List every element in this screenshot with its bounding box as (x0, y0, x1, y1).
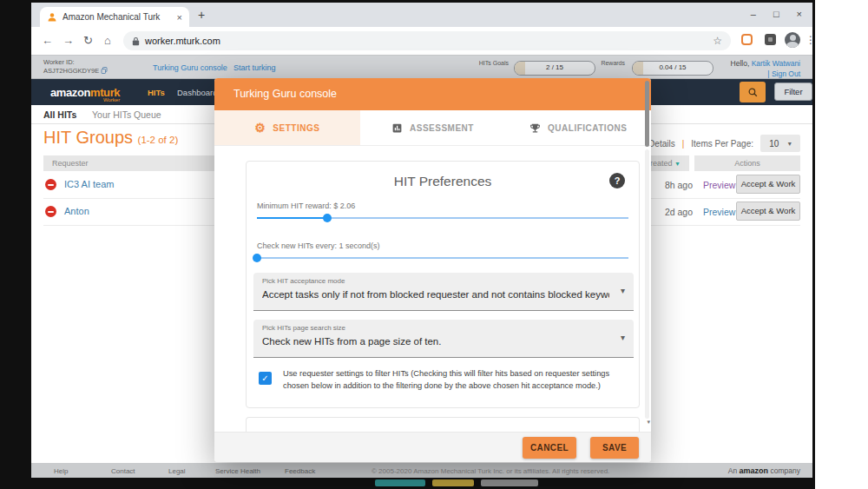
tab-qualifications[interactable]: QUALIFICATIONS (505, 110, 651, 145)
assessment-chart-icon (391, 122, 403, 134)
chevron-down-icon: ▾ (621, 286, 625, 295)
requester-settings-checkbox[interactable]: ✓ (259, 372, 272, 385)
preview-link[interactable]: Preview (703, 207, 735, 217)
desktop-edge-left (0, 0, 31, 489)
page-size-label: Pick HITs page search size (262, 324, 345, 332)
check-interval-slider[interactable] (257, 257, 628, 259)
profile-avatar[interactable] (785, 32, 800, 48)
save-button[interactable]: SAVE (590, 437, 639, 459)
acceptance-mode-select[interactable]: Pick HIT acceptance mode Accept tasks on… (253, 273, 634, 311)
start-turking-link[interactable]: Start turking (233, 63, 276, 72)
page-title: HIT Groups (1-2 of 2) (43, 128, 178, 148)
user-name-link[interactable]: Kartik Watwani (752, 59, 800, 68)
chevron-down-icon: ▾ (621, 333, 625, 342)
sign-out-link[interactable]: | Sign Out (767, 69, 800, 78)
forward-icon[interactable]: → (62, 34, 74, 47)
amazon-brand: amazon (740, 466, 769, 475)
table-controls: Hide Details | Items Per Page: 10 ▾ (628, 135, 800, 152)
search-button[interactable] (740, 82, 766, 102)
min-reward-slider[interactable] (257, 217, 628, 219)
hits-goals-label: HITs Goals (477, 60, 509, 68)
modal-tabs: ⚙ SETTINGS ASSESSMENT QUALIFICATIONS (214, 110, 651, 146)
modal-header: Turking Guru console (214, 78, 651, 110)
console-link[interactable]: Turking Guru console (153, 63, 227, 72)
window-close-icon[interactable]: × (797, 9, 802, 19)
card-title: HIT Preferences (247, 174, 639, 189)
scroll-down-icon: ▾ (647, 419, 650, 426)
mturk-logo[interactable]: amazonmturk Worker (50, 84, 120, 102)
block-requester-icon[interactable] (45, 179, 56, 190)
accept-work-button[interactable]: Accept & Work (736, 175, 800, 194)
rewards-label: Rewards (601, 60, 625, 68)
maximize-icon[interactable]: □ (773, 9, 779, 19)
nav-item-dashboard[interactable]: Dashboard (177, 88, 217, 97)
modal-scrollbar-thumb[interactable] (645, 81, 649, 147)
items-per-page-select[interactable]: 10 ▾ (760, 135, 800, 152)
new-tab-button[interactable]: + (198, 8, 205, 22)
modal-content: HIT Preferences ? Minimum HIT reward: $ … (214, 146, 651, 432)
browser-tab[interactable]: Amazon Mechanical Turk × (40, 7, 189, 27)
slider-fill (257, 217, 327, 219)
browser-tab-strip: Amazon Mechanical Turk × + – □ × (31, 3, 812, 27)
taskbar-fragment (375, 479, 425, 486)
table-header-actions: Actions (694, 155, 800, 171)
slider-thumb[interactable] (253, 254, 261, 262)
desktop-edge-right (812, 0, 815, 489)
worker-id-value: ASJT2HGGKDY9E (43, 67, 99, 75)
acceptance-mode-value: Accept tasks only if not from blocked re… (262, 289, 609, 300)
bookmark-star-icon[interactable]: ☆ (713, 35, 722, 47)
tab-settings[interactable]: ⚙ SETTINGS (214, 110, 360, 145)
footer-company: An amazon company (728, 466, 800, 475)
worker-id-label: Worker ID: (43, 58, 75, 66)
browser-menu-icon[interactable]: ⋮ (806, 34, 816, 46)
block-requester-icon[interactable] (45, 206, 56, 217)
sort-desc-icon: ▼ (674, 161, 681, 167)
requester-link[interactable]: IC3 AI team (64, 179, 114, 189)
preview-link[interactable]: Preview (703, 180, 735, 190)
copy-icon[interactable] (101, 67, 108, 74)
controls-separator: | (682, 139, 685, 149)
minimize-icon[interactable]: – (751, 9, 756, 19)
tab-all-hits[interactable]: All HITs (43, 109, 76, 120)
reload-icon[interactable]: ↻ (83, 34, 93, 47)
modal-title: Turking Guru console (233, 88, 337, 100)
turking-guru-extension-icon[interactable] (741, 34, 753, 45)
footer-link-feedback[interactable]: Feedback (285, 467, 315, 475)
modal-footer: CANCEL SAVE (214, 432, 651, 462)
omnibox[interactable]: worker.mturk.com ☆ (123, 31, 731, 50)
greeting-block: Hello, Kartik Watwani | Sign Out (731, 59, 800, 80)
footer-link-service-health[interactable]: Service Health (215, 467, 260, 475)
next-card-peek (246, 417, 640, 432)
page-size-select[interactable]: Pick HITs page search size Check new HIT… (253, 320, 634, 358)
requester-link[interactable]: Anton (64, 206, 89, 216)
help-icon[interactable]: ? (609, 173, 625, 188)
hits-goals-progress: 2 / 15 (514, 61, 595, 76)
min-reward-label: Minimum HIT reward: $ 2.06 (257, 202, 355, 210)
modal-scrollbar-track[interactable] (645, 149, 649, 419)
col-requester: Requester (52, 159, 89, 168)
accept-work-button[interactable]: Accept & Work (736, 202, 800, 221)
footer-link-legal[interactable]: Legal (168, 467, 186, 475)
home-icon[interactable]: ⌂ (104, 34, 111, 47)
footer-link-contact[interactable]: Contact (111, 467, 135, 475)
back-icon[interactable]: ← (42, 34, 53, 47)
cancel-button[interactable]: CANCEL (523, 437, 576, 459)
tab-title: Amazon Mechanical Turk (62, 12, 177, 22)
tab-close-icon[interactable]: × (177, 12, 182, 23)
requester-settings-label: Use requester settings to filter HITs (C… (283, 368, 628, 393)
footer-link-help[interactable]: Help (54, 467, 68, 475)
window-controls: – □ × (751, 9, 802, 19)
mturk-favicon (47, 12, 57, 23)
slider-thumb[interactable] (323, 214, 332, 222)
lock-icon (132, 36, 140, 46)
tab-assessment[interactable]: ASSESSMENT (360, 110, 506, 145)
chevron-down-icon: ▾ (788, 140, 792, 148)
acceptance-mode-label: Pick HIT acceptance mode (262, 277, 345, 285)
extension-icon[interactable] (765, 34, 776, 45)
filter-button[interactable]: Filter (774, 83, 812, 101)
greeting-text: Hello, (731, 59, 750, 68)
tab-your-hits-queue[interactable]: Your HITs Queue (92, 109, 161, 120)
hits-goals-value: 2 / 15 (515, 62, 595, 74)
nav-item-hits[interactable]: HITs (148, 88, 165, 97)
taskbar-fragment (432, 479, 474, 486)
